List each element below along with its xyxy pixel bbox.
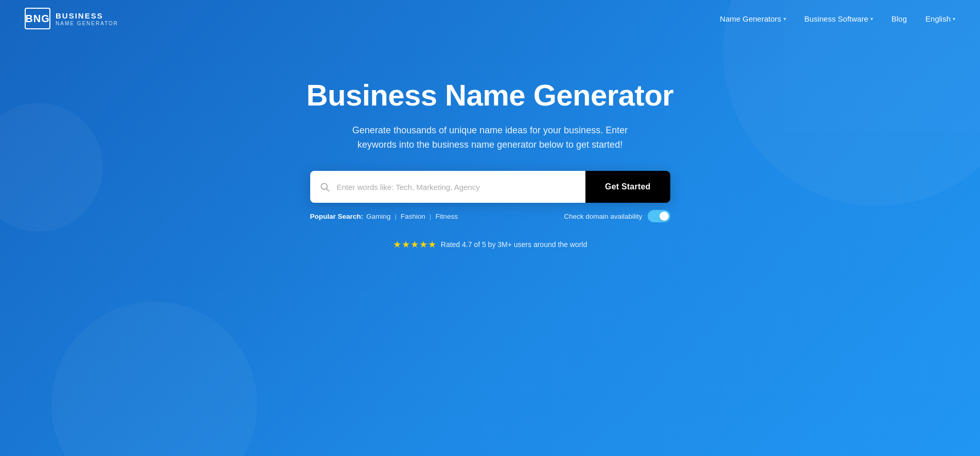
separator-2: | xyxy=(430,213,432,220)
search-bar: Get Started xyxy=(310,171,670,203)
logo-bng-text: BNG xyxy=(25,13,49,24)
search-icon xyxy=(319,182,330,192)
logo-box: BNG xyxy=(25,8,50,29)
separator-1: | xyxy=(395,213,397,220)
popular-search-label: Popular Search: xyxy=(310,213,364,220)
svg-line-1 xyxy=(326,189,329,191)
main-nav: Name Generators ▾ Business Software ▾ Bl… xyxy=(720,14,955,23)
nav-item-name-generators[interactable]: Name Generators ▾ xyxy=(720,14,786,23)
search-input[interactable] xyxy=(337,171,586,203)
chevron-down-icon: ▾ xyxy=(870,16,873,22)
nav-label-name-generators: Name Generators xyxy=(720,14,781,23)
logo-text: BUSINESS NAME GENERATOR xyxy=(56,11,118,26)
logo-business-text: BUSINESS xyxy=(56,11,118,21)
popular-search-fashion[interactable]: Fashion xyxy=(401,213,425,220)
search-meta: Popular Search: Gaming | Fashion | Fitne… xyxy=(310,210,670,222)
rating-stars: ★★★★★ xyxy=(393,239,437,250)
nav-item-blog[interactable]: Blog xyxy=(892,14,907,23)
domain-check-label: Check domain availability xyxy=(564,213,642,220)
header: BNG BUSINESS NAME GENERATOR Name Generat… xyxy=(0,0,980,37)
hero-subtitle: Generate thousands of unique name ideas … xyxy=(341,123,639,153)
nav-label-business-software: Business Software xyxy=(805,14,868,23)
nav-item-english[interactable]: English ▾ xyxy=(925,14,955,23)
popular-search-fitness[interactable]: Fitness xyxy=(435,213,458,220)
nav-label-english: English xyxy=(925,14,951,23)
rating-row: ★★★★★ Rated 4.7 of 5 by 3M+ users around… xyxy=(393,239,587,250)
toggle-thumb xyxy=(660,212,669,221)
logo[interactable]: BNG BUSINESS NAME GENERATOR xyxy=(25,8,118,29)
nav-item-business-software[interactable]: Business Software ▾ xyxy=(805,14,873,23)
logo-name-generator-text: NAME GENERATOR xyxy=(56,21,118,26)
domain-check-toggle[interactable] xyxy=(648,210,670,222)
rating-text: Rated 4.7 of 5 by 3M+ users around the w… xyxy=(441,240,587,249)
domain-check: Check domain availability xyxy=(564,210,670,222)
search-icon-wrap xyxy=(310,182,337,192)
chevron-down-icon: ▾ xyxy=(783,16,786,22)
hero-title: Business Name Generator xyxy=(307,78,674,113)
popular-search-gaming[interactable]: Gaming xyxy=(366,213,390,220)
nav-label-blog: Blog xyxy=(892,14,907,23)
toggle-track xyxy=(648,210,670,222)
popular-search: Popular Search: Gaming | Fashion | Fitne… xyxy=(310,213,458,220)
get-started-button[interactable]: Get Started xyxy=(585,171,670,203)
hero-section: Business Name Generator Generate thousan… xyxy=(0,37,980,250)
chevron-down-icon: ▾ xyxy=(953,16,955,22)
